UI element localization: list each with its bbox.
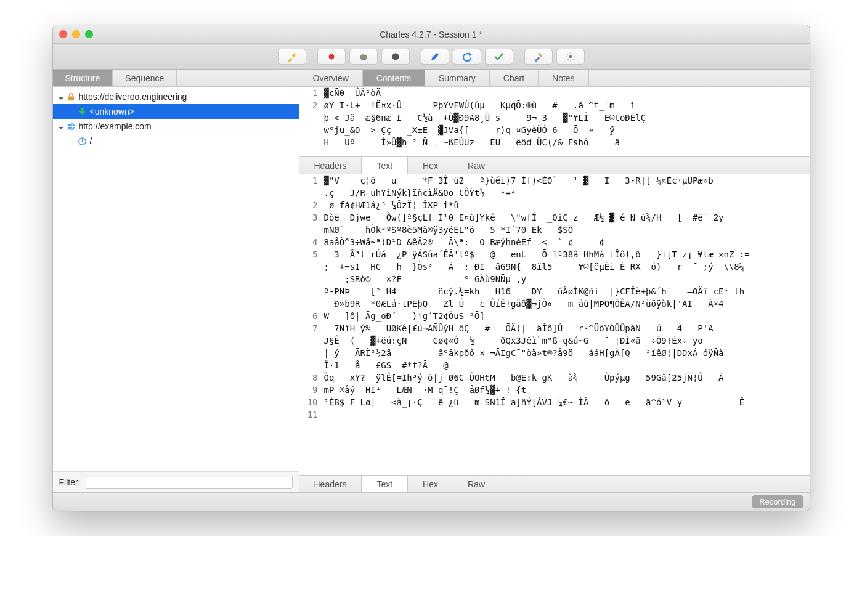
subtab-hex[interactable]: Hex	[408, 157, 453, 174]
minimize-icon[interactable]	[72, 30, 80, 38]
broom-button[interactable]	[278, 49, 306, 65]
svg-marker-3	[392, 53, 399, 60]
download-icon	[78, 107, 87, 116]
compose-button[interactable]	[421, 49, 449, 65]
tab-sequence[interactable]: Sequence	[113, 70, 177, 86]
subtab-headers[interactable]: Headers	[299, 476, 362, 492]
window-title: Charles 4.2.7 - Session 1 *	[53, 30, 810, 39]
tree-item-root[interactable]: /	[53, 134, 299, 148]
tab-chart[interactable]: Chart	[490, 70, 539, 86]
tab-contents[interactable]: Contents	[363, 70, 425, 86]
tree-item-unknown[interactable]: <unknown>	[53, 104, 299, 119]
subtab-text[interactable]: Text	[361, 476, 408, 492]
svg-point-0	[328, 54, 334, 59]
subtab-hex[interactable]: Hex	[408, 476, 453, 492]
code-lines: ▓cÑ0 ÛÄ²òÄøY I·L+ !Ë¤x·Û¨ PþYvFWÚ(ûµ Kµq…	[324, 87, 810, 156]
subtab-raw[interactable]: Raw	[453, 476, 500, 492]
line-gutter: 1234567891011	[306, 174, 324, 475]
tree-label: /	[90, 136, 92, 146]
line-gutter: 12	[306, 87, 324, 156]
filter-input[interactable]	[86, 476, 293, 489]
lock-icon	[67, 92, 76, 102]
statusbar: Recording	[53, 492, 810, 511]
subtab-text[interactable]: Text	[361, 157, 408, 174]
tab-summary[interactable]: Summary	[425, 70, 490, 86]
validate-button[interactable]	[485, 49, 513, 65]
session-tree[interactable]: https://deliveroo.engineering <unknown> …	[53, 87, 299, 471]
subtab-raw[interactable]: Raw	[453, 157, 500, 174]
zoom-icon[interactable]	[85, 30, 93, 38]
svg-rect-5	[68, 96, 74, 100]
throttle-button[interactable]	[349, 49, 378, 65]
titlebar: Charles 4.2.7 - Session 1 *	[53, 25, 810, 44]
code-lines: ▓"V ç¦ö u *F 3Î ü2 º}ùéi)7 Íf)<ÉO` ¹ ▓ I…	[324, 174, 810, 475]
request-body-view[interactable]: 12 ▓cÑ0 ÛÄ²òÄøY I·L+ !Ë¤x·Û¨ PþYvFWÚ(ûµ …	[299, 87, 810, 157]
filter-row: Filter:	[53, 471, 299, 492]
subtab-headers[interactable]: Headers	[299, 157, 362, 174]
tools-button[interactable]	[524, 49, 553, 65]
recording-indicator: Recording	[752, 495, 803, 508]
tree-label: https://deliveroo.engineering	[79, 92, 187, 102]
tree-label: <unknown>	[90, 107, 134, 116]
breakpoint-button[interactable]	[381, 49, 410, 65]
sidebar: Structure Sequence https://deliveroo.eng…	[53, 70, 299, 492]
chevron-down-icon[interactable]	[58, 123, 64, 129]
svg-point-2	[360, 54, 367, 59]
response-body-view[interactable]: 1234567891011 ▓"V ç¦ö u *F 3Î ü2 º}ùéi)7…	[299, 174, 810, 475]
app-window: Charles 4.2.7 - Session 1 *	[52, 25, 810, 511]
globe-icon	[67, 121, 76, 131]
tab-overview[interactable]: Overview	[299, 70, 363, 86]
response-subtabs: Headers Text Hex Raw	[299, 475, 810, 492]
svg-point-4	[569, 55, 572, 58]
repeat-button[interactable]	[453, 49, 481, 65]
tab-structure[interactable]: Structure	[53, 70, 113, 86]
filter-label: Filter:	[59, 477, 81, 487]
tab-notes[interactable]: Notes	[539, 70, 589, 86]
window-controls	[59, 30, 93, 38]
tree-label: http://example.com	[79, 121, 152, 131]
tree-host-example[interactable]: http://example.com	[53, 119, 299, 134]
sidebar-tabs: Structure Sequence	[53, 70, 299, 87]
settings-button[interactable]	[556, 49, 585, 65]
toolbar	[53, 44, 810, 70]
request-subtabs: Headers Text Hex Raw	[299, 157, 810, 174]
record-button[interactable]	[317, 49, 346, 65]
chevron-down-icon[interactable]	[58, 94, 64, 100]
tree-host-deliveroo[interactable]: https://deliveroo.engineering	[53, 89, 299, 104]
close-icon[interactable]	[59, 30, 67, 38]
body: Structure Sequence https://deliveroo.eng…	[53, 70, 810, 492]
main-tabs: Overview Contents Summary Chart Notes	[299, 70, 810, 87]
main-panel: Overview Contents Summary Chart Notes 12…	[299, 70, 810, 492]
clock-icon	[78, 136, 87, 146]
